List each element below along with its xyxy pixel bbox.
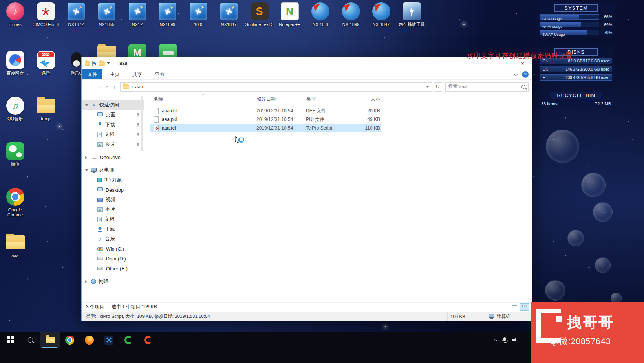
ribbon-collapse-icon[interactable] (514, 72, 518, 76)
sidebar-item-network[interactable]: 网络 (82, 277, 144, 286)
desktop-icon-sublime[interactable]: Sublime Text 3 (244, 2, 274, 27)
folder-icon[interactable] (85, 61, 90, 66)
sidebar-item-pictures[interactable]: 图片 (82, 205, 144, 214)
column-header-date[interactable]: 修改日期 (254, 95, 303, 103)
breadcrumb[interactable]: aaa (135, 84, 143, 90)
desktop-icon-nx1872[interactable]: NX1872 (61, 2, 91, 27)
desktop-icon-nx-1847[interactable]: NX-1847 (366, 2, 396, 27)
ram-usage-row: RAM Usage 69% (540, 22, 612, 28)
up-icon[interactable]: ↑ (110, 83, 119, 90)
column-header-name[interactable]: 名称 (150, 95, 254, 103)
nx-app-icon (189, 2, 207, 20)
history-chevron-icon[interactable] (105, 86, 108, 88)
sidebar-item-desktop[interactable]: Desktop (82, 185, 144, 195)
desktop-icon-nx-10-0[interactable]: NX 10.0 (305, 2, 335, 27)
taskbar-cimco-green[interactable] (119, 332, 138, 348)
title-bar[interactable]: aaa – □ × (82, 57, 532, 69)
back-icon[interactable]: ← (85, 83, 93, 90)
sidebar-item-desktop-pin[interactable]: 桌面 (82, 110, 144, 120)
expander-icon[interactable] (85, 104, 88, 106)
cpu-usage-row: CPU Usage 66% (540, 14, 612, 20)
desktop-icon-nx-1899[interactable]: NX-1899 (336, 2, 366, 27)
desktop-icon-nx1855[interactable]: NX1855 (91, 2, 122, 27)
sidebar-item-drive-d[interactable]: Data (D:) (82, 254, 144, 264)
chevron-down-icon[interactable] (107, 62, 110, 64)
desktop-icon-nx1899[interactable]: NX1899 (152, 2, 183, 27)
badge-title: 拽哥哥 (567, 313, 614, 332)
volume-icon[interactable] (512, 337, 518, 343)
address-bar[interactable]: › aaa (120, 82, 432, 92)
desktop-icon-nx1847[interactable]: NX1847 (214, 2, 244, 27)
column-header-size[interactable]: 大小 (352, 95, 381, 103)
tab-home[interactable]: 主页 (105, 69, 125, 79)
qq-music-icon (6, 97, 24, 115)
desktop-icon-cimco-edit[interactable]: CIMCO Edit 8 (31, 2, 61, 27)
taskbar-chrome[interactable] (60, 332, 79, 348)
sidebar-item-downloads-pin[interactable]: 下载 (82, 120, 144, 130)
3d-object-icon (97, 178, 102, 182)
desktop-icon-memory-tool[interactable]: 内存释放工具 (397, 2, 427, 27)
desktop-icon-notepadpp[interactable]: Notepad++ (274, 2, 305, 27)
folder-icon[interactable] (99, 61, 105, 66)
start-button[interactable] (1, 332, 20, 348)
tab-share[interactable]: 共享 (127, 69, 147, 79)
sidebar-scrollbar[interactable] (141, 96, 143, 151)
desktop-icon-nx12[interactable]: NX12 (122, 2, 152, 27)
desktop-icon-aaa-folder[interactable]: aaa (0, 233, 30, 258)
sidebar-item-music[interactable]: 音乐 (82, 234, 144, 244)
bubble (593, 202, 613, 222)
refresh-icon[interactable]: ↻ (434, 82, 442, 92)
search-box[interactable]: 搜索"aaa" (445, 82, 529, 92)
sidebar-item-onedrive[interactable]: OneDrive (82, 152, 144, 162)
sidebar-item-drive-e[interactable]: Other (E:) (82, 264, 144, 273)
taskbar-search-button[interactable] (20, 332, 40, 348)
bubble (581, 173, 606, 197)
sidebar-item-documents[interactable]: 文档 (82, 214, 144, 224)
sidebar-item-drive-c[interactable]: Win (C:) (82, 244, 144, 254)
expander-icon[interactable] (85, 280, 87, 283)
hidden-icons-chevron-icon[interactable] (494, 339, 498, 343)
expander-icon[interactable] (85, 169, 88, 171)
taskbar-file-explorer[interactable] (40, 332, 60, 348)
file-row[interactable]: aaa.def 2019/12/31 10:54 DEF 文件 20 KB (150, 106, 381, 115)
sidebar-item-downloads[interactable]: 下载 (82, 224, 144, 234)
address-dropdown-icon[interactable] (426, 86, 429, 88)
tab-view[interactable]: 查看 (150, 69, 170, 79)
microphone-icon[interactable] (503, 337, 506, 341)
monitor-icon (97, 112, 103, 116)
bubble (567, 230, 584, 246)
expander-icon[interactable] (85, 156, 87, 159)
recycle-bin-row: 33 items 72.2 MB (540, 99, 612, 107)
desktop-icon-xunlei[interactable]: 2020 迅雷 (31, 51, 61, 76)
taskbar-firefox[interactable] (79, 332, 99, 348)
column-header-type[interactable]: 类型 (303, 95, 352, 103)
desktop-icon-10-0[interactable]: 10.0 (183, 2, 213, 27)
sidebar-item-3d-objects[interactable]: 3D 对象 (82, 175, 144, 185)
desktop-icon-wechat[interactable]: 微信 (0, 142, 30, 167)
taskbar-cimco-red[interactable] (138, 332, 158, 348)
tab-file[interactable]: 文件 (82, 69, 102, 79)
desktop-icon-qq-music[interactable]: QQ音乐 (0, 97, 30, 121)
forward-icon[interactable]: → (95, 83, 104, 90)
desktop-icon-baidu-netdisk[interactable]: 百度网盘 (0, 51, 30, 76)
list-view-button[interactable] (510, 303, 519, 311)
quick-access-icon[interactable] (92, 61, 97, 66)
c-green-app-icon (124, 336, 133, 344)
pin-icon (136, 113, 140, 117)
desktop-icon-itunes[interactable]: iTunes (0, 2, 30, 27)
file-row-selected[interactable]: aaa.tcl 2019/12/31 10:54 TclPro Script 1… (150, 124, 381, 132)
desktop-icon-temp-folder[interactable]: temp (31, 97, 61, 121)
sidebar-item-this-pc[interactable]: 此电脑 (82, 165, 144, 175)
sidebar-item-pictures-pin[interactable]: 图片 (82, 139, 144, 149)
taskbar-app-x[interactable] (99, 332, 119, 348)
details-view-button[interactable] (520, 303, 529, 311)
sidebar-item-documents-pin[interactable]: 文档 (82, 130, 144, 139)
help-icon[interactable]: ? (522, 71, 529, 78)
desktop-icon-chrome[interactable]: Google Chrome (0, 188, 30, 218)
sidebar-item-videos[interactable]: 视频 (82, 195, 144, 205)
x-app-icon (104, 336, 113, 345)
nx-app-icon (98, 2, 116, 20)
sidebar-item-quick-access[interactable]: 快速访问 (82, 100, 144, 110)
pin-icon (136, 123, 140, 127)
file-row[interactable]: aaa.pui 2019/12/31 10:54 PUI 文件 49 KB (150, 115, 381, 124)
